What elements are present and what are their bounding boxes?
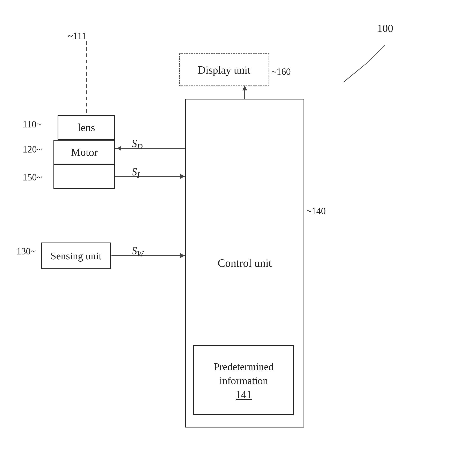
diagram: 100 ~111 Display unit ~160 lens 110~ Mot… <box>0 0 459 476</box>
sensing-unit-label: Sensing unit <box>51 250 102 262</box>
ref-111-label: ~111 <box>68 30 86 41</box>
motor-box: Motor <box>53 140 115 164</box>
encoder-box <box>53 164 115 189</box>
display-unit-box: Display unit <box>179 53 269 86</box>
lens-box: lens <box>58 115 115 140</box>
ref-110-label: 110~ <box>23 119 42 130</box>
svg-marker-6 <box>180 174 185 179</box>
svg-marker-4 <box>117 146 121 151</box>
lens-label: lens <box>78 121 95 134</box>
ref-120-label: 120~ <box>23 144 42 155</box>
svg-line-9 <box>366 45 385 64</box>
ref-130-label: 130~ <box>17 246 36 257</box>
signal-sw: SW <box>132 245 144 258</box>
svg-marker-8 <box>180 253 185 258</box>
svg-line-10 <box>343 64 366 82</box>
signal-si: SI <box>132 166 140 179</box>
display-unit-label: Display unit <box>198 64 251 76</box>
predetermined-info-num: 141 <box>236 388 252 400</box>
signal-sd: SD <box>132 137 143 151</box>
ref-140-label: ~140 <box>306 205 326 216</box>
sensing-unit-box: Sensing unit <box>41 243 111 269</box>
predetermined-info-label: Predeterminedinformation <box>214 360 274 388</box>
motor-label: Motor <box>71 146 98 158</box>
predetermined-info-box: Predeterminedinformation 141 <box>193 345 294 415</box>
ref-160-label: ~160 <box>271 66 291 77</box>
ref-150-label: 150~ <box>23 172 42 183</box>
ref-100-label: 100 <box>377 22 393 34</box>
